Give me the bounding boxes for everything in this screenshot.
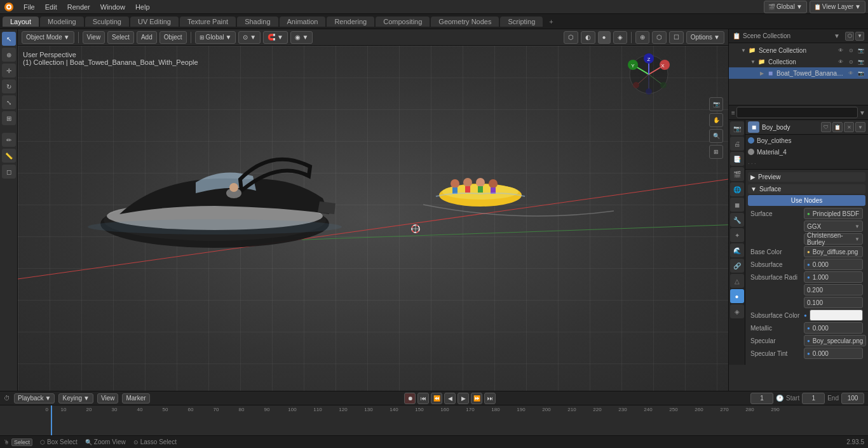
tab-modeling[interactable]: Modeling <box>40 17 84 27</box>
xray-toggle[interactable]: ☐ <box>669 31 684 44</box>
start-frame-input[interactable]: 1 <box>802 393 825 404</box>
subsurface-r3-field[interactable]: 0.100 <box>804 297 863 308</box>
mat-filter-btn[interactable]: ▼ <box>855 122 865 132</box>
ggx-dropdown[interactable]: GGX ▼ <box>804 221 863 232</box>
options-btn[interactable]: Options ▼ <box>686 31 724 44</box>
tab-geometry-nodes[interactable]: Geometry Nodes <box>431 17 499 27</box>
menu-file[interactable]: File <box>19 3 39 11</box>
col-select[interactable]: ⊙ <box>846 57 855 66</box>
gizmo-toggle[interactable]: ⊕ <box>635 31 649 44</box>
props-modifier-icon[interactable]: 🔧 <box>730 213 744 227</box>
scene-col-select[interactable]: ⊙ <box>846 46 855 55</box>
select-tool[interactable]: ↖ <box>2 32 16 46</box>
view-btn-timeline[interactable]: View <box>97 393 119 404</box>
annotate-tool[interactable]: ✏ <box>2 133 16 147</box>
proportional-btn[interactable]: ◉ ▼ <box>290 31 313 44</box>
tab-uv-editing[interactable]: UV Editing <box>130 17 179 27</box>
outliner-boat-object[interactable]: ▶ ◼ Boat_Towed_Banana_Bo 👁 📷 <box>729 67 868 79</box>
scene-col-eye[interactable]: 👁 <box>836 46 845 55</box>
props-render-icon[interactable]: 📷 <box>730 121 744 135</box>
jump-end-btn[interactable]: ⏭ <box>484 393 496 404</box>
pivot-btn[interactable]: ⊙ ▼ <box>238 31 261 44</box>
timeline-track[interactable]: 0 10 20 30 40 50 60 70 80 90 100 110 120… <box>0 405 868 435</box>
properties-search[interactable] <box>736 107 858 118</box>
menu-help[interactable]: Help <box>131 3 154 11</box>
outliner-filter[interactable]: ▼ <box>834 32 840 39</box>
overlay-toggle[interactable]: ⬡ <box>652 31 667 44</box>
tab-texture-paint[interactable]: Texture Paint <box>180 17 236 27</box>
props-material-icon[interactable]: ● <box>730 289 744 303</box>
viewport-shading-1[interactable]: ⬡ <box>564 31 578 44</box>
subsurface-color-swatch[interactable] <box>810 309 863 321</box>
principled-bsdf[interactable]: ● Principled BSDF <box>804 208 863 219</box>
props-object-icon[interactable]: ◼ <box>730 198 744 212</box>
scene-col-render[interactable]: 📷 <box>857 46 865 55</box>
props-view-layer-icon[interactable]: 📑 <box>730 152 744 166</box>
step-fwd-btn[interactable]: ⏩ <box>471 393 482 404</box>
viewport-shading-2[interactable]: ◐ <box>581 31 595 44</box>
marker-btn[interactable]: Marker <box>122 393 149 404</box>
zoom-tool-btn[interactable]: 🔍 <box>709 129 723 143</box>
tab-compositing[interactable]: Compositing <box>376 17 430 27</box>
add-btn[interactable]: Add <box>137 31 157 44</box>
specular-field[interactable]: Boy_specular.png <box>804 335 866 346</box>
subsurface-field[interactable]: 0.000 <box>804 259 863 270</box>
snap-btn[interactable]: 🧲 ▼ <box>263 31 288 44</box>
base-color-field[interactable]: Boy_diffuse.png <box>804 246 863 257</box>
specular-tint-field[interactable]: 0.000 <box>804 348 863 359</box>
metallic-field[interactable]: 0.000 <box>804 322 863 334</box>
props-object-data-icon[interactable]: △ <box>730 274 744 288</box>
viewport-shading-4[interactable]: ◈ <box>613 31 627 44</box>
end-frame-input[interactable]: 100 <box>841 393 864 404</box>
transform-global-btn[interactable]: ⊞ Global ▼ <box>195 31 236 44</box>
menu-edit[interactable]: Edit <box>41 3 62 11</box>
mat-boy-clothes[interactable]: Boy_clothes <box>745 135 868 146</box>
play-btn[interactable]: ▶ <box>458 393 469 404</box>
outliner-collection[interactable]: ▼ 📁 Collection 👁 ⊙ 📷 <box>729 56 868 67</box>
viewport-canvas[interactable]: User Perspective (1) Collection | Boat_T… <box>18 46 728 391</box>
view-layer-selector[interactable]: 📋 View Layer ▼ <box>810 1 865 13</box>
props-scene-icon[interactable]: 🎬 <box>730 167 744 181</box>
mat-shield-btn[interactable]: 🛡 <box>821 122 831 132</box>
viewport-shading-3[interactable]: ● <box>598 31 611 44</box>
step-back-btn[interactable]: ⏪ <box>431 393 442 404</box>
christensen-dropdown[interactable]: Christensen-Burley ▼ <box>804 233 863 245</box>
rotate-tool[interactable]: ↻ <box>2 79 16 93</box>
object-mode-btn[interactable]: Object Mode ▼ <box>22 31 74 44</box>
cursor-tool[interactable]: ⊕ <box>2 48 16 62</box>
outliner-new-collection[interactable]: ⬡ <box>845 32 854 41</box>
scale-tool[interactable]: ⤡ <box>2 95 16 109</box>
select-btn[interactable]: Select <box>107 31 134 44</box>
current-frame-input[interactable]: 1 <box>750 393 773 404</box>
view-btn[interactable]: View <box>83 31 105 44</box>
tab-shading[interactable]: Shading <box>237 17 278 27</box>
transform-tool[interactable]: ⊞ <box>2 111 16 125</box>
props-filter-btn[interactable]: ▼ <box>859 109 865 116</box>
props-physics-icon[interactable]: 🌊 <box>730 243 744 257</box>
camera-view-btn[interactable]: 📷 <box>709 97 723 111</box>
mat-dots-btn[interactable]: · · · <box>745 158 868 169</box>
col-eye[interactable]: 👁 <box>836 57 845 66</box>
tab-scripting[interactable]: Scripting <box>500 17 543 27</box>
mat-copy-btn[interactable]: 📋 <box>832 122 843 132</box>
props-output-icon[interactable]: 🖨 <box>730 137 744 151</box>
outliner-scene-collection[interactable]: ▼ 📁 Scene Collection 👁 ⊙ 📷 <box>729 44 868 56</box>
menu-render[interactable]: Render <box>63 3 95 11</box>
nav-gizmo[interactable]: X Y Z <box>627 52 671 97</box>
menu-window[interactable]: Window <box>96 3 130 11</box>
object-btn[interactable]: Object <box>159 31 187 44</box>
outliner-filter-btn[interactable]: ▼ <box>855 32 864 41</box>
subsurface-r2-field[interactable]: 0.200 <box>804 284 863 295</box>
keying-btn[interactable]: Keying ▼ <box>58 393 93 404</box>
play-reverse-btn[interactable]: ◀ <box>444 393 456 404</box>
props-shader-icon[interactable]: ◈ <box>730 304 744 318</box>
tab-animation[interactable]: Animation <box>280 17 326 27</box>
mat-material4[interactable]: Material_4 <box>745 146 868 158</box>
tab-rendering[interactable]: Rendering <box>327 17 374 27</box>
jump-start-btn[interactable]: ⏮ <box>417 393 429 404</box>
props-particles-icon[interactable]: ✦ <box>730 228 744 242</box>
preview-header[interactable]: ▶ Preview <box>748 172 865 182</box>
use-nodes-btn[interactable]: Use Nodes <box>748 195 865 206</box>
measure-tool[interactable]: 📏 <box>2 149 16 163</box>
scene-selector[interactable]: 🎬 Global ▼ <box>764 1 807 13</box>
